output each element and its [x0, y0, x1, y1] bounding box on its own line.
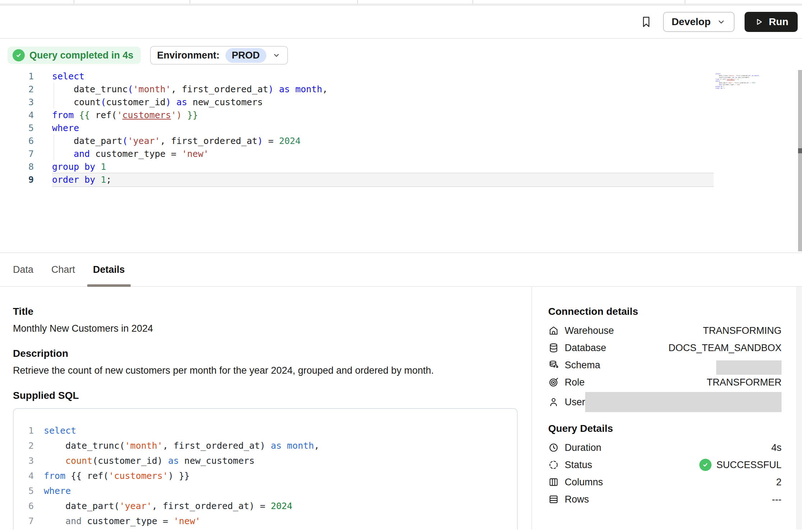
status-badge: SUCCESSFUL: [699, 459, 782, 471]
editor-minimap[interactable]: select date_trunc('month', first_ordered…: [715, 73, 759, 89]
warehouse-value: TRANSFORMING: [703, 325, 782, 336]
schema-icon: [548, 360, 559, 370]
database-value: DOCS_TEAM_SANDBOX: [668, 342, 782, 354]
details-panel: Title Monthly New Customers in 2024 Desc…: [0, 287, 802, 529]
top-tab-segment: [190, 0, 358, 4]
query-status-pill: Query completed in 4s: [8, 47, 141, 64]
play-icon: [754, 17, 764, 27]
rows-row: Rows ---: [548, 491, 782, 508]
status-value: SUCCESSFUL: [716, 459, 782, 471]
columns-value: 2: [776, 477, 782, 488]
environment-value-badge: PROD: [225, 48, 266, 63]
top-tab-segment: [0, 0, 74, 4]
top-tab-segment: [358, 0, 473, 4]
code-line[interactable]: 6 date_part('year', first_ordered_at) = …: [0, 135, 802, 148]
duration-clock-icon: [548, 442, 559, 453]
sql-editor-lines: 1select2 date_trunc('month', first_order…: [0, 70, 802, 186]
status-label: Status: [565, 459, 592, 471]
role-icon: [548, 377, 559, 388]
environment-label: Environment:: [157, 50, 220, 61]
code-line[interactable]: 5where: [0, 122, 802, 135]
code-line[interactable]: 4from {{ ref('customers') }}: [0, 109, 802, 122]
code-line[interactable]: 5where: [14, 484, 517, 499]
supplied-sql-code-block: 1select2 date_trunc('month', first_order…: [13, 408, 518, 529]
details-right-column: Connection details Warehouse TRANSFORMIN…: [531, 287, 802, 529]
duration-value: 4s: [771, 442, 782, 453]
top-tabbar-edge: [0, 0, 802, 4]
database-label: Database: [565, 342, 606, 354]
code-line[interactable]: 3 count(customer_id) as new_customers: [14, 453, 517, 468]
duration-row: Duration 4s: [548, 439, 782, 456]
run-button[interactable]: Run: [745, 12, 798, 32]
editor-scrollbar-marker: [798, 148, 802, 153]
database-icon: [548, 342, 559, 353]
title-heading: Title: [13, 305, 517, 318]
chevron-down-icon: [272, 51, 281, 60]
description-heading: Description: [13, 347, 517, 360]
chevron-down-icon: [717, 17, 726, 27]
details-left-column: Title Monthly New Customers in 2024 Desc…: [0, 287, 531, 529]
user-row: User: [548, 391, 782, 413]
code-line[interactable]: 6 date_part('year', first_ordered_at) = …: [14, 499, 517, 514]
success-check-icon: [699, 459, 712, 471]
title-value: Monthly New Customers in 2024: [13, 322, 517, 335]
toolbar: Develop Run: [0, 6, 802, 39]
code-line[interactable]: 9order by 1;: [0, 173, 802, 186]
duration-label: Duration: [565, 442, 601, 453]
warehouse-row: Warehouse TRANSFORMING: [548, 322, 782, 339]
connection-details-heading: Connection details: [548, 305, 782, 318]
schema-label: Schema: [565, 360, 600, 371]
editor-scrollbar[interactable]: [798, 70, 802, 251]
code-line[interactable]: 1select: [14, 423, 517, 438]
user-icon: [548, 397, 559, 407]
result-tabbar: Data Chart Details: [0, 252, 802, 287]
panel-scrollbar[interactable]: [796, 287, 802, 529]
tab-chart[interactable]: Chart: [51, 253, 75, 286]
bookmark-icon[interactable]: [639, 15, 653, 29]
environment-dropdown[interactable]: Environment: PROD: [150, 46, 288, 65]
status-loading-icon: [548, 459, 559, 470]
code-line[interactable]: 2 date_trunc('month', first_ordered_at) …: [0, 83, 802, 96]
supplied-sql-heading: Supplied SQL: [13, 389, 517, 402]
tab-data[interactable]: Data: [13, 253, 33, 286]
user-label: User: [565, 397, 585, 408]
rows-label: Rows: [565, 494, 589, 505]
minimap-line: order by 1;: [715, 87, 759, 89]
columns-row: Columns 2: [548, 473, 782, 491]
code-line[interactable]: 7 and customer_type = 'new': [0, 148, 802, 160]
success-check-icon: [13, 49, 25, 61]
sql-editor[interactable]: 1select2 date_trunc('month', first_order…: [0, 70, 802, 252]
query-details-heading: Query Details: [548, 423, 782, 435]
top-tab-segment: [74, 0, 190, 4]
role-row: Role TRANSFORMER: [548, 374, 782, 391]
code-line[interactable]: 4from {{ ref('customers') }}: [14, 468, 517, 484]
status-row: Query completed in 4s Environment: PROD: [8, 46, 802, 65]
top-tab-segment: [473, 0, 685, 4]
code-line[interactable]: 7 and customer_type = 'new': [14, 514, 517, 529]
schema-row: Schema: [548, 356, 782, 374]
code-line[interactable]: 8group by 1: [0, 160, 802, 173]
status-row-detail: Status SUCCESSFUL: [548, 456, 782, 473]
columns-label: Columns: [565, 477, 603, 488]
rows-icon: [548, 494, 559, 505]
role-label: Role: [565, 377, 585, 388]
columns-icon: [548, 477, 559, 487]
role-value: TRANSFORMER: [707, 377, 782, 388]
code-line[interactable]: 3 count(customer_id) as new_customers: [0, 96, 802, 109]
develop-dropdown[interactable]: Develop: [663, 12, 735, 32]
query-status-text: Query completed in 4s: [29, 50, 134, 61]
warehouse-label: Warehouse: [565, 325, 614, 336]
tab-details[interactable]: Details: [93, 253, 125, 286]
code-line[interactable]: 2 date_trunc('month', first_ordered_at) …: [14, 438, 517, 453]
develop-label: Develop: [672, 16, 711, 28]
run-label: Run: [769, 16, 788, 28]
warehouse-icon: [548, 325, 559, 336]
code-line[interactable]: 8group by 1: [14, 529, 517, 529]
schema-value-redacted: [716, 360, 782, 375]
user-value-redacted: [585, 392, 782, 412]
database-row: Database DOCS_TEAM_SANDBOX: [548, 339, 782, 356]
code-line[interactable]: 1select: [0, 70, 802, 83]
rows-value: ---: [772, 494, 782, 505]
description-value: Retrieve the count of new customers per …: [13, 364, 517, 377]
